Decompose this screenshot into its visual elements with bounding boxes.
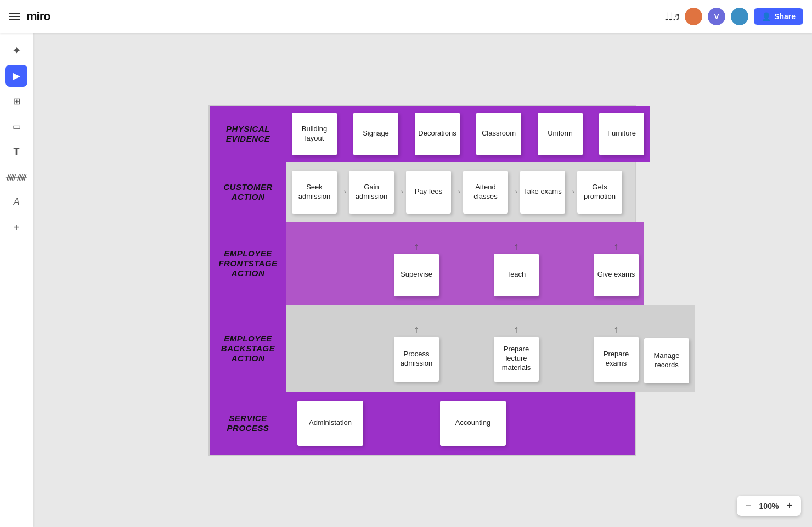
card-pay-fees[interactable]: Pay fees xyxy=(406,171,451,214)
zoom-in-button[interactable]: + xyxy=(784,499,794,513)
card-give-exams[interactable]: Give exams xyxy=(594,254,639,296)
content-frontstage: ↑ Supervise ↑ Teach ↑ Give exams xyxy=(286,222,644,305)
card-gets-promotion[interactable]: Gets promotion xyxy=(577,171,622,214)
header-right: ♩♩♬ V 👤 Share xyxy=(664,8,803,25)
zoom-out-button[interactable]: − xyxy=(743,499,754,513)
card-prepare-exams[interactable]: Prepare exams xyxy=(594,337,639,382)
content-service-process: Administation Accounting xyxy=(286,392,635,455)
content-backstage: ↑ Process admission ↑ Prepare lecture ma… xyxy=(286,305,695,392)
sidebar-item-table[interactable]: ⊞ xyxy=(5,90,27,112)
card-gain-admission[interactable]: Gain admission xyxy=(349,171,394,214)
arrow-2: → xyxy=(395,186,405,198)
avatar-1 xyxy=(685,8,702,25)
share-button[interactable]: 👤 Share xyxy=(754,8,803,25)
row-backstage: EMPLOYEEBACKSTAGEACTION ↑ Process admiss… xyxy=(210,305,635,392)
card-take-exams[interactable]: Take exams xyxy=(520,171,565,214)
row-service-process: SERVICEPROCESS Administation Accounting xyxy=(210,392,635,455)
menu-icon[interactable] xyxy=(9,13,20,20)
label-service-process: SERVICEPROCESS xyxy=(210,392,286,455)
avatar-3 xyxy=(731,8,748,25)
row-frontstage: EMPLOYEEFRONTSTAGEACTION ↑ Supervise ↑ xyxy=(210,222,635,305)
label-backstage: EMPLOYEEBACKSTAGEACTION xyxy=(210,305,286,392)
customer-flow: Seek admission → Gain admission → Pay fe… xyxy=(292,171,622,214)
canvas: PHYSICALEVIDENCE Building layout Signage… xyxy=(33,33,812,527)
label-customer-action: CUSTOMERACTION xyxy=(210,162,286,222)
card-administration[interactable]: Administation xyxy=(297,401,363,446)
arrow-3: → xyxy=(452,186,462,198)
sidebar-item-add[interactable]: + xyxy=(5,216,27,238)
card-accounting[interactable]: Accounting xyxy=(440,401,506,446)
sidebar-item-magic[interactable]: ✦ xyxy=(5,40,27,61)
arrow-4: → xyxy=(509,186,519,198)
music-icon: ♩♩♬ xyxy=(664,10,679,23)
content-physical-evidence: Building layout Signage Decorations Clas… xyxy=(286,106,650,162)
arrow-5: → xyxy=(566,186,576,198)
card-prepare-lecture[interactable]: Prepare lecture materials xyxy=(494,337,539,382)
row-physical-evidence: PHYSICALEVIDENCE Building layout Signage… xyxy=(210,106,635,162)
content-customer-action: Seek admission → Gain admission → Pay fe… xyxy=(286,162,635,222)
sidebar-item-sticky[interactable]: ▭ xyxy=(5,115,27,137)
card-uniform[interactable]: Uniform xyxy=(538,113,583,155)
sidebar-item-font[interactable]: A xyxy=(5,191,27,213)
row-customer-action: CUSTOMERACTION Seek admission → Gain adm… xyxy=(210,162,635,222)
sidebar: ✦ ▶ ⊞ ▭ T ᚏᚏ A + xyxy=(0,33,33,527)
card-decorations[interactable]: Decorations xyxy=(415,113,460,155)
avatar-2: V xyxy=(708,8,725,25)
card-furniture[interactable]: Furniture xyxy=(599,113,644,155)
card-attend-classes[interactable]: Attend classes xyxy=(463,171,508,214)
card-process-admission[interactable]: Process admission xyxy=(394,337,439,382)
sidebar-item-cursor[interactable]: ▶ xyxy=(5,65,27,87)
card-classroom[interactable]: Classroom xyxy=(476,113,521,155)
card-manage-records[interactable]: Manage records xyxy=(644,338,689,383)
label-physical-evidence: PHYSICALEVIDENCE xyxy=(210,106,286,162)
sidebar-item-text[interactable]: T xyxy=(5,141,27,162)
card-building-layout[interactable]: Building layout xyxy=(292,113,337,155)
arrow-1: → xyxy=(338,186,348,198)
card-seek-admission[interactable]: Seek admission xyxy=(292,171,337,214)
blueprint: PHYSICALEVIDENCE Building layout Signage… xyxy=(208,105,636,456)
label-frontstage: EMPLOYEEFRONTSTAGEACTION xyxy=(210,222,286,305)
sidebar-item-template[interactable]: ᚏᚏ xyxy=(5,166,27,188)
zoom-controls: − 100% + xyxy=(737,496,801,516)
header-left: miro xyxy=(9,9,50,24)
share-icon: 👤 xyxy=(762,12,771,21)
logo: miro xyxy=(26,9,50,24)
card-teach[interactable]: Teach xyxy=(494,254,539,296)
zoom-level: 100% xyxy=(758,502,780,511)
card-signage[interactable]: Signage xyxy=(353,113,398,155)
card-supervise[interactable]: Supervise xyxy=(394,254,439,296)
header: miro ♩♩♬ V 👤 Share xyxy=(0,0,812,33)
